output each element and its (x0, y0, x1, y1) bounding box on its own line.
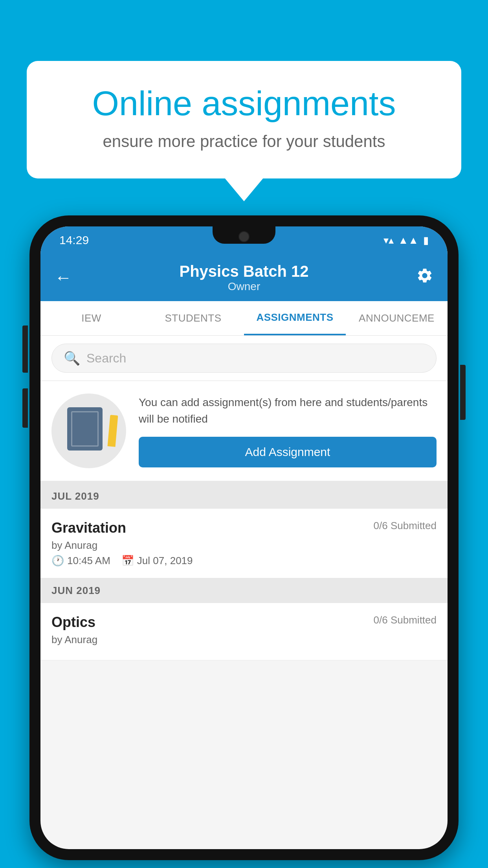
bubble-subtitle: ensure more practice for your students (58, 132, 430, 151)
signal-icon: ▲▲ (398, 234, 418, 246)
promo-description: You can add assignment(s) from here and … (139, 394, 437, 427)
promo-icon-circle (51, 394, 126, 468)
notch (213, 226, 275, 244)
date-value: Jul 07, 2019 (137, 555, 193, 567)
app-header: ← Physics Batch 12 Owner (40, 254, 448, 301)
tabs-bar: IEW STUDENTS ASSIGNMENTS ANNOUNCEME (40, 301, 448, 336)
section-header-jul: JUL 2019 (40, 484, 448, 509)
header-center: Physics Batch 12 Owner (179, 263, 308, 293)
search-container: 🔍 Search (40, 336, 448, 381)
status-icons: ▾▴ ▲▲ ▮ (383, 234, 429, 246)
promo-section: You can add assignment(s) from here and … (40, 381, 448, 484)
clock-icon: 🕐 (51, 555, 64, 567)
batch-title: Physics Batch 12 (179, 263, 308, 280)
assignment-submitted-optics: 0/6 Submitted (374, 614, 437, 626)
status-time: 14:29 (59, 234, 89, 247)
section-header-jun: JUN 2019 (40, 578, 448, 603)
search-placeholder: Search (86, 351, 126, 366)
time-value: 10:45 AM (67, 555, 110, 567)
assignment-top: Gravitation 0/6 Submitted (51, 520, 437, 536)
speech-bubble-container: Online assignments ensure more practice … (27, 61, 461, 178)
tab-assignments[interactable]: ASSIGNMENTS (244, 301, 346, 335)
assignment-time: 🕐 10:45 AM (51, 555, 110, 567)
assignment-date: 📅 Jul 07, 2019 (121, 555, 193, 567)
tab-announcements[interactable]: ANNOUNCEME (346, 301, 448, 335)
assignment-top-optics: Optics 0/6 Submitted (51, 614, 437, 631)
speech-bubble: Online assignments ensure more practice … (27, 61, 461, 178)
calendar-icon: 📅 (121, 555, 134, 567)
assignment-meta-gravitation: 🕐 10:45 AM 📅 Jul 07, 2019 (51, 555, 437, 567)
volume-button (22, 388, 28, 428)
phone-frame: 14:29 ▾▴ ▲▲ ▮ ← Physics Batch 12 Owner (29, 215, 459, 860)
promo-content: You can add assignment(s) from here and … (139, 394, 437, 467)
assignment-submitted-gravitation: 0/6 Submitted (374, 520, 437, 532)
assignment-optics[interactable]: Optics 0/6 Submitted by Anurag (40, 603, 448, 660)
add-assignment-button[interactable]: Add Assignment (139, 437, 437, 467)
search-bar[interactable]: 🔍 Search (51, 344, 437, 373)
wifi-icon: ▾▴ (383, 234, 394, 246)
tab-students[interactable]: STUDENTS (142, 301, 244, 335)
assignment-name-optics: Optics (51, 614, 95, 631)
assignment-by-optics: by Anurag (51, 634, 437, 646)
back-button[interactable]: ← (55, 268, 72, 287)
tab-iew[interactable]: IEW (40, 301, 142, 335)
assignment-name-gravitation: Gravitation (51, 520, 126, 536)
search-icon: 🔍 (64, 350, 80, 366)
assignment-by-gravitation: by Anurag (51, 539, 437, 552)
assignment-gravitation[interactable]: Gravitation 0/6 Submitted by Anurag 🕐 10… (40, 509, 448, 578)
pencil-icon (108, 415, 118, 447)
header-subtitle: Owner (179, 280, 308, 293)
bubble-title: Online assignments (58, 85, 430, 123)
notebook-icon (67, 407, 103, 451)
phone-screen: 14:29 ▾▴ ▲▲ ▮ ← Physics Batch 12 Owner (40, 226, 448, 849)
power-button (460, 365, 466, 420)
settings-button[interactable] (416, 267, 433, 288)
camera (238, 231, 250, 242)
battery-icon: ▮ (423, 234, 429, 246)
